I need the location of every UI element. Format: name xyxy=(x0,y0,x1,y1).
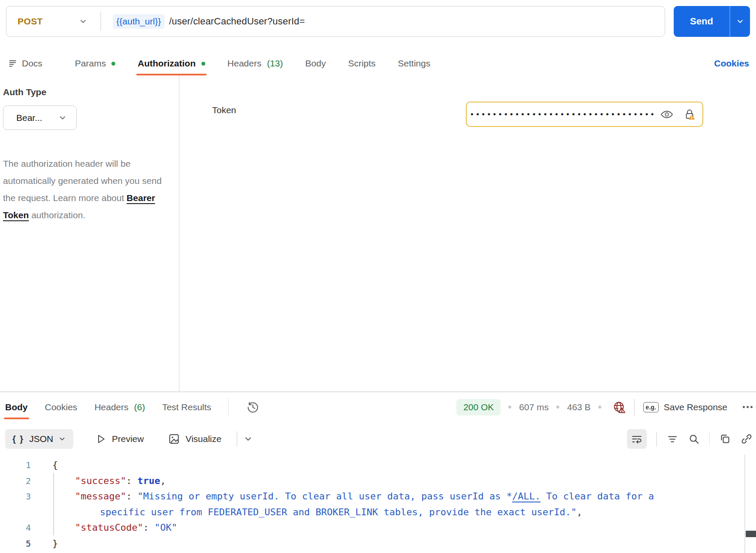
auth-description-text: authorization. xyxy=(29,210,85,220)
code-text: "statusCode": "OK" xyxy=(75,520,177,536)
wrap-text-icon xyxy=(631,433,643,445)
tab-headers[interactable]: Headers (13) xyxy=(228,51,283,75)
visualize-label: Visualize xyxy=(186,434,222,444)
tab-scripts[interactable]: Scripts xyxy=(348,51,375,75)
method-selector[interactable]: POST xyxy=(6,16,100,27)
wrap-text-button[interactable] xyxy=(627,429,647,449)
tab-label: Body xyxy=(5,402,28,412)
code-line: 3"message": "Missing or empty userId. To… xyxy=(0,489,744,505)
url-variable-chip[interactable]: {{auth_url}} xyxy=(113,14,165,29)
send-options-caret[interactable] xyxy=(730,6,750,37)
status-badge[interactable]: 200 OK xyxy=(456,399,501,415)
scrollbar-thumb[interactable] xyxy=(746,531,756,537)
separator-dot xyxy=(508,406,511,409)
token-masked-value: ••••••••••••••••••••••••••••••••• xyxy=(471,110,660,119)
line-number: 2 xyxy=(0,473,31,489)
chevron-down-icon xyxy=(58,114,67,122)
docs-icon xyxy=(9,59,17,68)
chevron-down-icon xyxy=(58,435,66,443)
response-body-code[interactable]: 1{2"success": true,3"message": "Missing … xyxy=(0,457,744,551)
response-tab-test-results[interactable]: Test Results xyxy=(162,395,211,419)
method-label: POST xyxy=(18,16,43,27)
tab-params[interactable]: Params xyxy=(75,51,115,75)
separator-dot xyxy=(598,406,601,409)
send-button[interactable]: Send xyxy=(674,6,750,37)
response-tab-headers[interactable]: Headers (6) xyxy=(94,395,145,419)
copy-icon[interactable] xyxy=(719,433,731,445)
code-line: 1{ xyxy=(0,457,744,473)
auth-type-value: Bear... xyxy=(16,113,42,123)
modified-dot xyxy=(201,62,205,66)
code-text: } xyxy=(52,536,58,552)
api-client-window: POST {{auth_url}} /user/clearCachedUser?… xyxy=(0,0,756,553)
token-input[interactable]: ••••••••••••••••••••••••••••••••• xyxy=(466,102,703,127)
code-text: "message": "Missing or empty userId. To … xyxy=(75,489,654,505)
save-example-icon[interactable]: e.g. xyxy=(643,402,659,412)
visualize-button[interactable]: Visualize xyxy=(168,429,222,449)
tab-docs[interactable]: Docs xyxy=(9,51,42,75)
code-text: "success": true, xyxy=(75,473,166,489)
token-field-icons xyxy=(660,108,696,120)
tab-label: Test Results xyxy=(162,402,211,412)
save-response-button[interactable]: Save Response xyxy=(664,402,727,412)
viewer-actions xyxy=(627,429,753,449)
response-history-icon[interactable] xyxy=(246,400,260,414)
cookies-link[interactable]: Cookies xyxy=(714,58,749,69)
response-meta: 200 OK 607 ms 463 B e.g. Save Response xyxy=(456,395,753,419)
tab-authorization[interactable]: Authorization xyxy=(138,51,205,75)
tab-label: Params xyxy=(75,58,106,69)
divider xyxy=(709,432,710,446)
response-time[interactable]: 607 ms xyxy=(519,402,549,412)
scrollbar-track xyxy=(744,454,745,553)
response-tab-cookies[interactable]: Cookies xyxy=(45,395,78,419)
tab-count: (13) xyxy=(267,58,283,69)
tab-label: Cookies xyxy=(45,402,78,412)
code-line: specific user from FEDERATED_USER and BR… xyxy=(0,505,744,520)
play-icon xyxy=(95,433,106,445)
code-line: 5} xyxy=(0,536,744,552)
preview-button[interactable]: Preview xyxy=(95,429,144,449)
line-number: 4 xyxy=(0,520,31,536)
image-icon xyxy=(168,433,180,445)
preview-label: Preview xyxy=(112,434,144,444)
send-button-label[interactable]: Send xyxy=(674,6,729,37)
url-input[interactable]: {{auth_url}} /user/clearCachedUser?userI… xyxy=(101,14,305,29)
line-number: 1 xyxy=(0,457,31,473)
separator-dot xyxy=(556,406,559,409)
reveal-token-eye-icon[interactable] xyxy=(660,110,673,119)
search-icon[interactable] xyxy=(688,433,700,445)
more-views-caret[interactable] xyxy=(243,429,253,449)
auth-description: The authorization header will be automat… xyxy=(3,155,168,224)
tab-label: Authorization xyxy=(138,58,195,69)
modified-dot xyxy=(111,62,115,66)
divider xyxy=(237,431,237,447)
tab-label: Headers xyxy=(228,58,261,69)
auth-type-label: Auth Type xyxy=(3,87,46,97)
secret-lock-warning-icon[interactable] xyxy=(684,108,696,120)
beautify-icon[interactable] xyxy=(666,433,678,445)
divider xyxy=(634,399,635,415)
code-text: { xyxy=(52,457,58,473)
format-label: JSON xyxy=(29,434,53,444)
code-text: specific user from FEDERATED_USER and BR… xyxy=(100,505,582,520)
auth-type-select[interactable]: Bear... xyxy=(3,105,77,130)
tab-label: Headers xyxy=(94,402,128,412)
link-icon[interactable] xyxy=(741,433,753,445)
request-tabs: Docs Params Authorization Headers (13) B… xyxy=(9,51,430,75)
response-section-divider xyxy=(0,391,756,392)
tab-count: (6) xyxy=(134,402,145,412)
tab-label: Scripts xyxy=(348,58,375,69)
response-format-select[interactable]: { } JSON xyxy=(5,429,73,449)
tab-label: Settings xyxy=(398,58,430,69)
more-options-icon[interactable] xyxy=(743,406,753,408)
response-size[interactable]: 463 B xyxy=(567,402,591,412)
tab-settings[interactable]: Settings xyxy=(398,51,430,75)
tab-body[interactable]: Body xyxy=(305,51,326,75)
token-label: Token xyxy=(212,105,236,115)
network-warning-globe-icon[interactable] xyxy=(612,400,626,414)
request-url-bar: POST {{auth_url}} /user/clearCachedUser?… xyxy=(6,6,665,37)
indent-guide xyxy=(53,473,54,535)
response-tab-body[interactable]: Body xyxy=(5,395,28,419)
divider xyxy=(228,399,229,416)
chevron-down-icon xyxy=(243,434,253,444)
